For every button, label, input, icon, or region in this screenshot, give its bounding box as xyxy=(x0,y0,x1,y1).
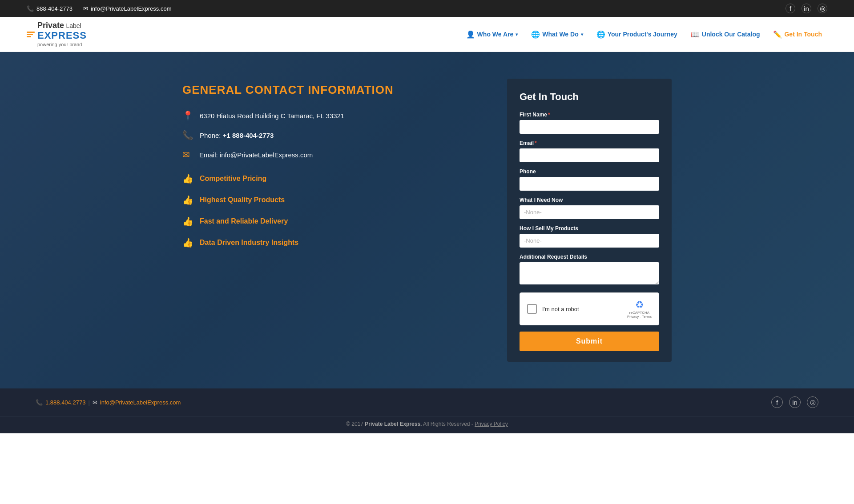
first-name-group: First Name* xyxy=(520,112,659,134)
feature-list: 👍 Competitive Pricing 👍 Highest Quality … xyxy=(182,173,480,248)
email-item: ✉ Email: info@PrivateLabelExpress.com xyxy=(182,149,480,160)
left-column: GENERAL CONTACT INFORMATION 📍 6320 Hiatu… xyxy=(182,79,480,362)
captcha-box: I'm not a robot ♻ reCAPTCHA Privacy - Te… xyxy=(520,292,659,325)
logo[interactable]: Private Label EXPRESS powering your bran… xyxy=(27,21,87,47)
thumbsup-icon-2: 👍 xyxy=(182,195,193,205)
phone-label: Phone xyxy=(520,168,659,175)
feature-delivery[interactable]: 👍 Fast and Reliable Delivery xyxy=(182,216,480,227)
footer-contact: 📞 1.888.404.2773 | ✉ info@PrivateLabelEx… xyxy=(36,399,181,406)
topbar-email[interactable]: info@PrivateLabelExpress.com xyxy=(83,5,172,12)
contact-info: 📍 6320 Hiatus Road Building C Tamarac, F… xyxy=(182,110,480,160)
recaptcha-logo: ♻ xyxy=(635,299,644,311)
feature-quality[interactable]: 👍 Highest Quality Products xyxy=(182,195,480,205)
email-icon xyxy=(83,5,88,12)
need-label: What I Need Now xyxy=(520,197,659,203)
captcha-left: I'm not a robot xyxy=(527,304,579,314)
details-label: Additional Request Details xyxy=(520,254,659,260)
captcha-checkbox[interactable] xyxy=(527,304,537,314)
nav-links: 👤 Who We Are ▾ 🌐 What We Do ▾ 🌐 Your Pro… xyxy=(461,27,827,42)
first-name-input[interactable] xyxy=(520,120,659,134)
instagram-link[interactable]: ◎ xyxy=(818,4,827,13)
footer-instagram-link[interactable]: ◎ xyxy=(807,396,818,408)
footer-facebook-link[interactable]: f xyxy=(771,396,783,408)
phone-group: Phone xyxy=(520,168,659,191)
main-content: GENERAL CONTACT INFORMATION 📍 6320 Hiatu… xyxy=(182,79,672,362)
email-text: Email: info@PrivateLabelExpress.com xyxy=(199,151,313,159)
nav-chevron-1: ▾ xyxy=(516,32,518,37)
contact-section-title: GENERAL CONTACT INFORMATION xyxy=(182,83,480,97)
email-group: Email* xyxy=(520,140,659,162)
right-column: Get In Touch First Name* Email* Phone xyxy=(507,79,672,362)
privacy-policy-link[interactable]: Privacy Policy xyxy=(475,421,508,427)
recaptcha-links: Privacy - Terms xyxy=(627,315,652,319)
logo-private-label: Private Label xyxy=(37,21,87,30)
nav-globe-icon: 🌐 xyxy=(531,30,540,39)
top-bar-contact: 888-404-2773 info@PrivateLabelExpress.co… xyxy=(27,5,172,12)
location-icon: 📍 xyxy=(182,110,193,121)
sell-label: How I Sell My Products xyxy=(520,225,659,232)
nav-who-we-are[interactable]: 👤 Who We Are ▾ xyxy=(461,27,524,42)
footer-phone-icon: 📞 xyxy=(36,399,43,406)
facebook-link[interactable]: f xyxy=(786,4,795,13)
email-label: Email* xyxy=(520,140,659,146)
feature-insights[interactable]: 👍 Data Driven Industry Insights xyxy=(182,237,480,248)
logo-line-2 xyxy=(27,34,33,35)
footer-email-link[interactable]: info@PrivateLabelExpress.com xyxy=(100,399,181,406)
nav-unlock-catalog[interactable]: 📖 Unlock Our Catalog xyxy=(685,27,765,42)
nav-what-we-do[interactable]: 🌐 What We Do ▾ xyxy=(526,27,588,42)
topbar-phone[interactable]: 888-404-2773 xyxy=(27,5,73,12)
top-bar: 888-404-2773 info@PrivateLabelExpress.co… xyxy=(0,0,854,17)
footer-phone-link[interactable]: 1.888.404.2773 xyxy=(45,399,85,406)
linkedin-link[interactable]: in xyxy=(802,4,811,13)
recaptcha-brand: reCAPTCHA xyxy=(629,311,649,315)
captcha-right: ♻ reCAPTCHA Privacy - Terms xyxy=(627,299,652,319)
contact-form-card: Get In Touch First Name* Email* Phone xyxy=(507,79,672,362)
phone-text: Phone: +1 888-404-2773 xyxy=(200,132,274,139)
captcha-label: I'm not a robot xyxy=(542,306,579,312)
footer-linkedin-link[interactable]: in xyxy=(789,396,801,408)
nav-book-icon: 📖 xyxy=(691,30,700,39)
phone-input[interactable] xyxy=(520,177,659,191)
form-title: Get In Touch xyxy=(520,91,659,103)
phone-icon xyxy=(27,5,34,12)
email-input[interactable] xyxy=(520,148,659,162)
logo-line-1 xyxy=(27,32,35,33)
logo-text: Private Label EXPRESS powering your bran… xyxy=(37,21,87,47)
feature-pricing[interactable]: 👍 Competitive Pricing xyxy=(182,173,480,184)
nav-person-icon: 👤 xyxy=(466,30,475,39)
details-group: Additional Request Details xyxy=(520,254,659,286)
nav-product-journey[interactable]: 🌐 Your Product's Journey xyxy=(591,27,683,42)
nav-chevron-2: ▾ xyxy=(581,32,583,37)
contact-phone-icon: 📞 xyxy=(182,130,193,140)
nav-get-in-touch[interactable]: ✏️ Get In Touch xyxy=(768,27,827,42)
need-select[interactable]: -None- xyxy=(520,205,659,219)
footer-email-icon: ✉ xyxy=(93,399,97,406)
sell-select[interactable]: -None- xyxy=(520,234,659,248)
footer-socials: f in ◎ xyxy=(771,396,818,408)
navbar: Private Label EXPRESS powering your bran… xyxy=(0,17,854,52)
thumbsup-icon-3: 👍 xyxy=(182,216,193,227)
need-group: What I Need Now -None- xyxy=(520,197,659,219)
thumbsup-icon-4: 👍 xyxy=(182,237,193,248)
contact-email-icon: ✉ xyxy=(182,149,193,160)
main-section: GENERAL CONTACT INFORMATION 📍 6320 Hiatu… xyxy=(0,52,854,388)
footer: 📞 1.888.404.2773 | ✉ info@PrivateLabelEx… xyxy=(0,388,854,416)
details-textarea[interactable] xyxy=(520,262,659,284)
address-item: 📍 6320 Hiatus Road Building C Tamarac, F… xyxy=(182,110,480,121)
thumbsup-icon-1: 👍 xyxy=(182,173,193,184)
submit-button[interactable]: Submit xyxy=(520,332,659,351)
nav-pencil-icon: ✏️ xyxy=(773,30,782,39)
logo-lines xyxy=(27,32,35,37)
sell-group: How I Sell My Products -None- xyxy=(520,225,659,248)
topbar-socials: f in ◎ xyxy=(786,4,827,13)
nav-journey-icon: 🌐 xyxy=(596,30,605,39)
logo-line-3 xyxy=(27,36,31,37)
phone-item: 📞 Phone: +1 888-404-2773 xyxy=(182,130,480,140)
first-name-label: First Name* xyxy=(520,112,659,118)
footer-copyright: © 2017 Private Label Express. All Rights… xyxy=(0,416,854,433)
